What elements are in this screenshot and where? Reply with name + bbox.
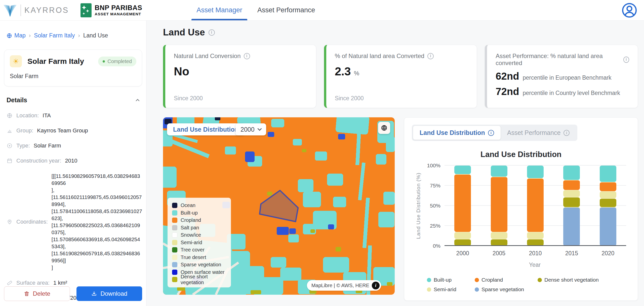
chart-panel: Land Use Distributioni Asset Performance… xyxy=(404,117,638,301)
bar-2000: 2000 xyxy=(454,166,471,246)
legend-swatch xyxy=(172,232,177,238)
top-bar: KAYRROS BNP PARIBAS ASSET MANAGEMENT Ass… xyxy=(0,0,644,21)
y-tick-label: 75% xyxy=(430,183,440,189)
info-icon[interactable]: i xyxy=(623,57,629,63)
bar-segment-sparse-vegetation xyxy=(563,207,580,246)
attribution-info-icon[interactable]: i xyxy=(372,282,380,289)
globe-icon xyxy=(7,33,12,38)
x-tick-label: 2005 xyxy=(493,250,505,257)
collapse-chevron-icon[interactable] xyxy=(135,97,141,103)
legend-swatch xyxy=(172,203,177,208)
user-avatar-icon[interactable] xyxy=(621,2,637,18)
map-legend-item: Snow/ice xyxy=(172,231,226,239)
chart-legend: Built-upCroplandDense short vegetationSe… xyxy=(427,277,630,292)
breadcrumb-separator: › xyxy=(29,32,31,39)
legend-swatch xyxy=(172,262,177,267)
asset-sidebar: Map › Solar Farm Italy › Land Use ☀ Sola… xyxy=(0,21,146,306)
x-axis-label: Year xyxy=(412,262,630,268)
logo-divider xyxy=(21,5,21,16)
asset-type-subtitle: Solar Farm xyxy=(10,73,136,80)
legend-label: Semi-arid xyxy=(181,240,202,245)
y-tick-label: 0% xyxy=(433,243,440,249)
bar-segment-dense-short-vegetation xyxy=(454,239,471,246)
legend-label: True desert xyxy=(181,254,206,260)
legend-swatch xyxy=(172,210,177,216)
details-section: Details Location:ITA Group:Kayrros Team … xyxy=(4,96,142,306)
bar-segment-semi-arid xyxy=(527,232,544,239)
breadcrumb: Map › Solar Farm Italy › Land Use xyxy=(7,32,142,39)
bnp-paribas-badge-icon xyxy=(80,3,92,17)
chevron-down-icon xyxy=(257,127,262,131)
status-badge: Completed xyxy=(98,57,136,66)
gridline xyxy=(445,245,626,246)
legend-label: Ocean xyxy=(181,202,195,208)
detail-row-location: Location:ITA xyxy=(4,112,142,119)
info-icon[interactable]: i xyxy=(244,53,250,59)
tab-asset-performance-chart[interactable]: Asset Performancei xyxy=(501,126,576,140)
x-tick-label: 2010 xyxy=(529,250,542,257)
bnp-paribas-wordmark: BNP PARIBAS xyxy=(95,4,142,12)
legend-label: Sparse vegetation xyxy=(481,286,524,292)
page-title-info-icon[interactable]: i xyxy=(209,29,215,36)
legend-swatch xyxy=(172,277,177,282)
stacked-bar-chart: Land Use Distribution (%) 0%25%50%75%100… xyxy=(412,166,630,246)
map-attribution: MapLibre | © AWS, HERE i xyxy=(307,280,381,291)
info-icon[interactable]: i xyxy=(564,130,570,136)
bar-segment-cropland xyxy=(563,180,580,190)
legend-label: Tree cover xyxy=(181,247,205,253)
map-legend-item: Dense short vegetation xyxy=(172,276,226,283)
card-percent-converted: % of Natural land area Convertedi 2.3% S… xyxy=(324,45,477,108)
tab-asset-performance[interactable]: Asset Performance xyxy=(256,0,316,20)
download-icon xyxy=(91,291,97,297)
y-tick-label: 50% xyxy=(430,203,440,209)
bar-segment-cropland xyxy=(491,177,507,232)
asset-title: Solar Farm Italy xyxy=(27,57,84,66)
bar-segment-cropland xyxy=(600,182,616,191)
ruler-icon xyxy=(7,280,13,286)
bnp-paribas-logo: BNP PARIBAS ASSET MANAGEMENT xyxy=(80,3,142,17)
detail-row-group: Group:Kayrros Team Group xyxy=(4,127,142,134)
bar-segment-built-up xyxy=(527,166,544,178)
delete-button[interactable]: Delete xyxy=(4,286,70,301)
chart-panel-tabs: Land Use Distributioni Asset Performance… xyxy=(412,125,577,141)
globe-icon xyxy=(7,113,13,119)
detail-row-type: Type:Solar Farm xyxy=(4,142,142,149)
map-layer-button[interactable]: Land Use Distribution xyxy=(167,123,245,135)
chart-title: Land Use Distribution xyxy=(412,150,630,159)
y-tick-label: 25% xyxy=(430,223,440,229)
bar-segment-semi-arid xyxy=(491,232,507,239)
legend-dot xyxy=(475,278,479,282)
breadcrumb-asset-link[interactable]: Solar Farm Italy xyxy=(34,32,75,39)
bar-segment-built-up xyxy=(491,166,507,177)
map-legend-item: Built-up xyxy=(172,209,226,217)
breadcrumb-map-link[interactable]: Map xyxy=(7,32,26,39)
map-legend-item: Tree cover xyxy=(172,246,226,254)
page-title: Land Use xyxy=(163,27,205,38)
percentile-row: 72ndpercentile in Country level Benchmar… xyxy=(496,86,629,97)
info-icon[interactable]: i xyxy=(427,53,434,59)
bar-segment-dense-short-vegetation xyxy=(600,198,616,207)
tab-asset-manager[interactable]: Asset Manager xyxy=(195,0,243,20)
map-year-dropdown[interactable]: 2000 xyxy=(235,123,266,135)
map-basemap-button[interactable] xyxy=(378,122,390,134)
metric-footer: Since 2000 xyxy=(174,95,203,102)
map-legend-item: True desert xyxy=(172,254,226,261)
map-legend-item: Salt pan xyxy=(172,224,226,232)
legend-label: Snow/ice xyxy=(181,232,201,238)
tab-land-use-distribution[interactable]: Land Use Distributioni xyxy=(413,126,501,140)
legend-dot xyxy=(538,278,542,282)
map-legend-item: Ocean xyxy=(172,202,226,209)
status-dot-icon xyxy=(103,60,105,63)
legend-label: Sparse vegetation xyxy=(181,262,221,268)
legend-label: Cropland xyxy=(481,277,503,283)
bar-segment-dense-short-vegetation xyxy=(563,197,580,207)
legend-label: Semi-arid xyxy=(434,286,456,292)
metric-footer: Since 2000 xyxy=(335,95,364,102)
legend-swatch xyxy=(172,247,177,252)
detail-row-coordinates: Coordinates: [[[11.561908296057918,45.03… xyxy=(4,173,142,271)
download-button[interactable]: Download xyxy=(76,286,142,301)
land-use-map[interactable]: Land Use Distribution 2000 OceanBuilt-up… xyxy=(163,117,395,295)
chart-legend-item: Semi-arid xyxy=(427,286,475,292)
info-icon[interactable]: i xyxy=(488,130,494,136)
bar-segment-cropland xyxy=(527,178,544,232)
